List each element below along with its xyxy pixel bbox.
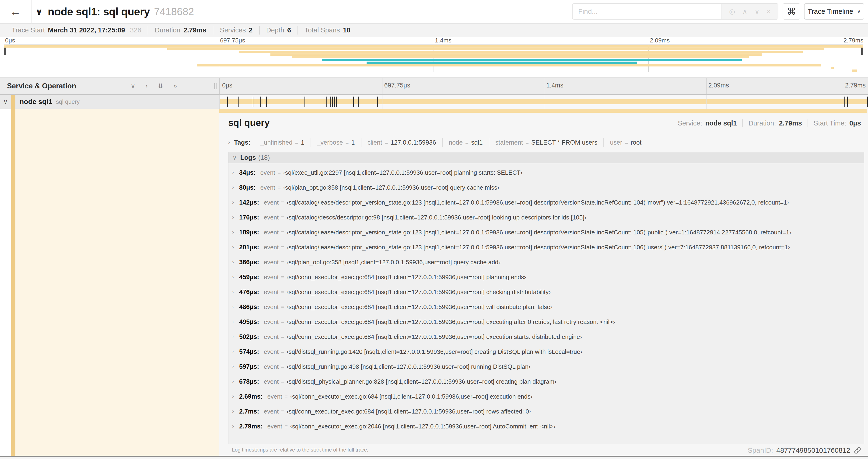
log-field-name: event [264, 244, 279, 251]
equals-sign: = [281, 289, 284, 295]
chevron-right-icon: › [232, 214, 239, 220]
tag-key: _unfinished [260, 139, 292, 146]
log-field-name: event [264, 408, 279, 415]
page-header: ← ∨ node sql1: sql query 7418682 ◎ ∧ ∨ ×… [0, 0, 868, 23]
back-arrow-icon: ← [10, 5, 21, 18]
minimap-span-bar [852, 69, 857, 72]
log-field-value: ‹sql/catalog/descs/descriptor.go:98 [nsq… [286, 214, 586, 221]
logs-header[interactable]: ∨ Logs (18) [228, 152, 864, 163]
tag-item: node=sql1 [442, 138, 489, 147]
trace-view-selector[interactable]: Trace Timeline ∨ [804, 3, 864, 20]
detail-left-highlight [16, 109, 219, 456]
log-field-name: event [260, 184, 275, 191]
log-field-value: ‹sql/distsql_running.go:498 [nsql1,clien… [286, 363, 530, 370]
expand-one-icon[interactable]: › [146, 82, 148, 90]
detail-span-bar [219, 109, 867, 113]
next-match-icon[interactable]: ∨ [754, 7, 760, 15]
log-field-name: event [260, 169, 275, 176]
log-field-name: event [264, 229, 279, 236]
title-collapse-chevron-icon[interactable]: ∨ [35, 6, 43, 17]
log-entry-row[interactable]: ›142μs:event=‹sql/catalog/lease/descript… [228, 195, 864, 210]
log-entry-row[interactable]: ›34μs:event=‹sql/exec_util.go:2297 [nsql… [228, 165, 864, 180]
locate-icon[interactable]: ◎ [729, 7, 735, 15]
page-bottom-strip [0, 457, 868, 459]
span-bar-cell[interactable] [219, 95, 868, 109]
log-field-name: event [268, 393, 282, 400]
link-icon[interactable] [854, 447, 862, 454]
keyboard-shortcuts-button[interactable]: ⌘ [783, 3, 800, 20]
collapse-one-icon[interactable]: ∨ [131, 82, 135, 90]
log-timestamp: 486μs: [239, 303, 259, 311]
minimap-span-bar [4, 45, 863, 47]
logs-section: ∨ Logs (18) ›34μs:event=‹sql/exec_util.g… [228, 152, 864, 444]
log-entry-row[interactable]: ›2.69ms:event=‹sql/conn_executor_exec.go… [228, 389, 864, 404]
span-duration-bar[interactable] [220, 99, 867, 104]
tag-value: 1 [301, 139, 304, 146]
trace-view-label: Trace Timeline [808, 7, 853, 15]
log-entry-row[interactable]: ›476μs:event=‹sql/conn_executor_exec.go:… [228, 285, 864, 299]
chevron-right-icon: › [232, 274, 239, 280]
log-entry-row[interactable]: ›495μs:event=‹sql/conn_executor_exec.go:… [228, 315, 864, 329]
span-id-value: 4877749850101760812 [776, 447, 850, 454]
log-timestamp: 142μs: [239, 199, 259, 206]
log-entry-row[interactable]: ›2.7ms:event=‹sql/conn_executor_exec.go:… [228, 404, 864, 419]
timeline-minimap[interactable] [4, 44, 863, 72]
log-entry-row[interactable]: ›459μs:event=‹sql/conn_executor_exec.go:… [228, 270, 864, 285]
log-entry-row[interactable]: ›80μs:event=‹sql/plan_opt.go:358 [nsql1,… [228, 180, 864, 195]
log-timestamp: 495μs: [239, 318, 259, 326]
equals-sign: = [346, 139, 349, 146]
prev-match-icon[interactable]: ∧ [742, 7, 747, 15]
span-name-cell[interactable]: ∨ node sql1 sql query [0, 95, 219, 109]
log-entry-row[interactable]: ›2.79ms:event=‹sql/conn_executor_exec.go… [228, 419, 864, 434]
log-entry-row[interactable]: ›574μs:event=‹sql/distsql_running.go:142… [228, 344, 864, 359]
log-timestamp: 597μs: [239, 363, 259, 370]
log-timestamp: 459μs: [239, 273, 259, 281]
collapse-all-icon[interactable]: ⇊ [158, 82, 163, 90]
span-row[interactable]: ∨ node sql1 sql query [0, 95, 868, 109]
log-entry-row[interactable]: ›678μs:event=‹sql/distsql_physical_plann… [228, 374, 864, 389]
ruler-grid-line [382, 78, 382, 94]
log-entry-row[interactable]: ›486μs:event=‹sql/conn_executor_exec.go:… [228, 299, 864, 315]
equals-sign: = [277, 184, 281, 191]
find-input[interactable] [572, 4, 721, 19]
log-timestamp: 176μs: [239, 214, 259, 221]
detail-operation-title: sql query [228, 118, 270, 128]
log-field-name: event [264, 378, 279, 385]
tags-section[interactable]: › Tags: _unfinished=1_verbose=1client=12… [228, 137, 648, 148]
expand-all-icon[interactable]: » [174, 82, 177, 90]
equals-sign: = [281, 349, 284, 355]
equals-sign: = [281, 214, 284, 221]
chevron-right-icon: › [232, 408, 239, 415]
log-event-tick [239, 97, 239, 107]
log-field-name: event [264, 318, 279, 326]
chevron-down-icon: ∨ [232, 155, 237, 161]
detail-meta-value: 0μs [849, 120, 861, 127]
logs-count: (18) [258, 154, 270, 161]
log-entry-row[interactable]: ›201μs:event=‹sql/catalog/lease/descript… [228, 240, 864, 255]
span-collapse-chevron-icon[interactable]: ∨ [3, 98, 8, 105]
trace-meta-label: Total Spans [305, 26, 340, 34]
chevron-right-icon: › [232, 199, 239, 205]
page-title: node sql1: sql query [48, 5, 150, 18]
clear-search-icon[interactable]: × [767, 8, 771, 15]
chevron-right-icon: › [232, 364, 239, 370]
log-entry-row[interactable]: ›189μs:event=‹sql/catalog/lease/descript… [228, 225, 864, 240]
service-operation-title: Service & Operation [7, 82, 76, 90]
column-resizer-grip[interactable] [214, 83, 217, 89]
trace-meta-label: Services [220, 26, 246, 34]
log-entry-row[interactable]: ›597μs:event=‹sql/distsql_running.go:498… [228, 359, 864, 374]
minimap-tick-label: 697.75μs [220, 37, 245, 44]
chevron-down-icon: ∨ [857, 8, 861, 14]
log-field-name: event [268, 423, 282, 430]
equals-sign: = [281, 244, 284, 251]
equals-sign: = [385, 139, 388, 146]
log-event-tick [253, 97, 253, 107]
equals-sign: = [625, 139, 628, 146]
log-entry-row[interactable]: ›176μs:event=‹sql/catalog/descs/descript… [228, 210, 864, 225]
log-field-name: event [264, 199, 279, 206]
chevron-right-icon: › [232, 185, 239, 191]
log-entry-row[interactable]: ›502μs:event=‹sql/conn_executor_exec.go:… [228, 329, 864, 344]
detail-span-meta: Service:node sql1Duration:2.79msStart Ti… [672, 120, 861, 127]
log-entry-row[interactable]: ›366μs:event=‹sql/plan_opt.go:358 [nsql1… [228, 255, 864, 270]
back-button[interactable]: ← [0, 0, 31, 23]
